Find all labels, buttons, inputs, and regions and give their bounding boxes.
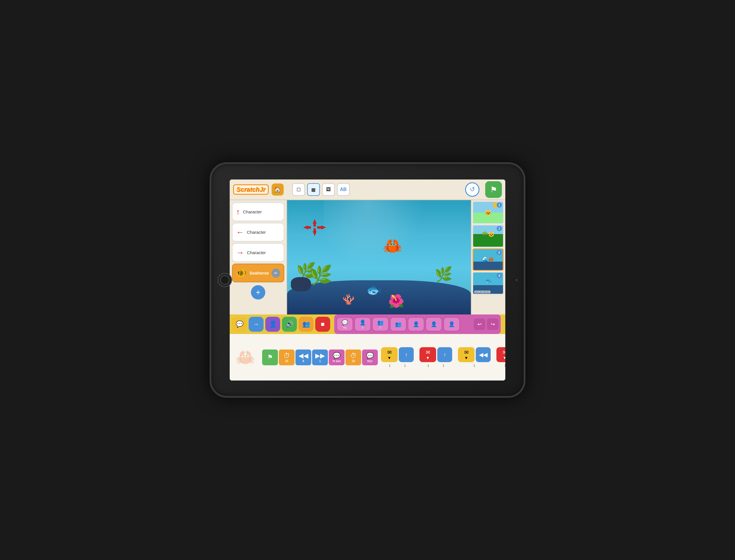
- coding-area-sprite-icon: 🦀: [236, 348, 255, 367]
- move-left-label: 8: [303, 360, 304, 363]
- flag-start-block[interactable]: ⚑: [262, 349, 278, 365]
- home-nav-button[interactable]: 🏠: [272, 184, 284, 196]
- sprite-item-1[interactable]: ↑ Character: [232, 202, 284, 221]
- sprite-2-name: Character: [247, 230, 266, 235]
- app-title: ScratchJr: [233, 184, 269, 195]
- redo-button[interactable]: ↪: [487, 318, 498, 330]
- msg-send-3[interactable]: ✉ ▼: [458, 347, 474, 362]
- code-chain: ⚑ ⏱ 25 ◀◀ 8 ▶▶ 1 💬: [262, 349, 379, 365]
- sprite-3-name: Character: [247, 250, 266, 255]
- wait-1-label: 25: [285, 360, 288, 363]
- looks-palette-btn[interactable]: 👤: [265, 317, 280, 332]
- wait-block-1[interactable]: ⏱ 25: [279, 349, 295, 365]
- prog-block-7[interactable]: 👤: [443, 317, 460, 331]
- control-palette-btn[interactable]: 👥: [299, 317, 314, 332]
- prog-block-2[interactable]: 👤 2: [354, 317, 371, 331]
- top-tools: ☐ ▦ 🖼 AB: [292, 183, 350, 196]
- prog-block-1[interactable]: 💬 hej: [337, 317, 353, 331]
- move-left-block[interactable]: ◀◀ 8: [296, 349, 311, 365]
- sprite-item-4[interactable]: 🐠 Seahorse ✏: [232, 264, 284, 282]
- fish-sprite: 🐟: [366, 282, 382, 297]
- seaweed-mid: 🌿: [309, 264, 333, 286]
- seahorse-on-stage[interactable]: 🦀: [383, 237, 402, 255]
- end-palette-btn[interactable]: ■: [315, 317, 330, 332]
- bottom-area: 💬 → 👤 🔊 👥 ■ 💬 hej 👤 2: [230, 314, 505, 381]
- msg-col-3: ✉ ▼ ◀◀ 1: [458, 347, 491, 367]
- scene-thumb-4[interactable]: 4 Slut på introen 🐟: [472, 272, 503, 294]
- program-blocks-area: 💬 hej 👤 2 👥 2 👥 👤 👤 👤: [334, 314, 501, 334]
- prog-block-5[interactable]: 👤: [408, 317, 424, 331]
- layout2-button[interactable]: ▦: [307, 183, 320, 196]
- block-palette: 💬 → 👤 🔊 👥 ■ 💬 hej 👤 2: [230, 314, 505, 334]
- prog-block-3-label: 2: [379, 326, 381, 329]
- reset-button[interactable]: ↺: [465, 182, 479, 197]
- main-content: ↑ Character ← Character → Character 🐠 Se…: [230, 200, 505, 314]
- coding-area: 🦀 ⚑ ⏱ 25 ◀◀ 8 ▶▶ 1: [230, 334, 505, 381]
- say-block-1[interactable]: 💬 Vi kan: [329, 349, 345, 365]
- msg-send-2[interactable]: ✉ ▼: [419, 347, 436, 362]
- sprite-item-3[interactable]: → Character: [232, 243, 284, 262]
- scene-thumbnails: 1 🐱 2 🌳🐱 3 🌊🦀 4 Slut på introe: [471, 200, 505, 314]
- svg-rect-3: [314, 228, 316, 232]
- wait-2-label: 10: [352, 360, 355, 363]
- msg-1-num: 1: [389, 364, 390, 367]
- rock-1: [291, 277, 311, 291]
- edit-sprite-button[interactable]: ✏: [272, 269, 280, 278]
- arrow-up-icon: ↑: [236, 207, 240, 217]
- msg-col-1: ✉ ▼ ↑ 1 1: [381, 347, 414, 367]
- coral-2: 🌺: [388, 293, 404, 309]
- add-sprite-button[interactable]: +: [251, 285, 265, 300]
- undo-button[interactable]: ↩: [474, 318, 485, 330]
- scene-thumb-3[interactable]: 3 🌊🦀: [472, 248, 503, 271]
- coral-1: 🪸: [342, 293, 355, 305]
- msg-col-4: ✉ ▼ ▶▶ 1 1: [496, 347, 505, 367]
- camera-dot: [516, 279, 517, 281]
- light-rays: [324, 200, 434, 280]
- msg-send-4[interactable]: ✉ ▼: [496, 347, 505, 362]
- tablet-frame: ScratchJr 🏠 ☐ ▦ 🖼 AB ↺ ⚑ ↑ Character: [210, 162, 525, 398]
- msg-left-3[interactable]: ◀◀: [476, 347, 491, 362]
- top-bar: ScratchJr 🏠 ☐ ▦ 🖼 AB ↺ ⚑: [230, 179, 505, 200]
- arrow-right-icon: →: [236, 248, 244, 257]
- say-1-label: Vi kan: [333, 360, 341, 363]
- home-button[interactable]: [218, 273, 232, 287]
- seahorse-sprite-icon: 🐠: [236, 267, 247, 279]
- prog-block-3[interactable]: 👥 2: [372, 317, 389, 331]
- background-button[interactable]: 🖼: [322, 183, 335, 196]
- text-button[interactable]: AB: [337, 183, 350, 196]
- svg-marker-6: [321, 225, 326, 229]
- msg-block-2-nums: 1 1: [419, 364, 452, 367]
- prog-block-6[interactable]: 👤: [425, 317, 442, 331]
- layout1-button[interactable]: ☐: [292, 183, 305, 196]
- scene-thumb-2[interactable]: 2 🌳🐱: [472, 225, 503, 247]
- svg-rect-5: [307, 226, 311, 229]
- arrow-left-icon: ←: [236, 228, 244, 237]
- msg-2-num: 1: [427, 364, 429, 367]
- svg-rect-7: [317, 226, 321, 229]
- msg-block-3-nums: 1: [458, 364, 491, 367]
- scene-4-label: Slut på introen: [474, 291, 490, 293]
- logo: ScratchJr: [233, 184, 269, 195]
- stage: 🌿 🌿 🌿 🪸 🌺 🐟 🦀: [287, 200, 471, 314]
- msg-block-1-nums: 1 1: [381, 364, 414, 367]
- play-button[interactable]: ⚑: [485, 181, 502, 198]
- msg-up-1[interactable]: ↑: [399, 347, 414, 362]
- wait-block-2[interactable]: ⏱ 10: [346, 349, 361, 365]
- sprite-item-2[interactable]: ← Character: [232, 223, 284, 242]
- msg-col-2: ✉ ▼ ↑ 1 1: [419, 347, 452, 367]
- motion-palette-btn[interactable]: →: [249, 317, 264, 332]
- msg-send-1[interactable]: ✉ ▼: [381, 347, 397, 362]
- msg-up-2[interactable]: ↑: [437, 347, 452, 362]
- prog-block-1-label: hej: [343, 326, 347, 329]
- scene-num-1: 1: [497, 202, 502, 208]
- trigger-palette-btn[interactable]: 💬: [232, 317, 247, 332]
- sound-palette-btn[interactable]: 🔊: [282, 317, 297, 332]
- sprite-1-name: Character: [243, 209, 262, 214]
- scene-thumb-1[interactable]: 1 🐱: [472, 201, 503, 224]
- msg-1-num2: 1: [404, 364, 406, 367]
- msg-block-2-group: ✉ ▼ ↑: [419, 347, 452, 362]
- prog-block-4[interactable]: 👥: [390, 317, 406, 331]
- say-block-2[interactable]: 💬 Styr: [362, 349, 378, 365]
- move-right-block[interactable]: ▶▶ 1: [312, 349, 328, 365]
- screen: ScratchJr 🏠 ☐ ▦ 🖼 AB ↺ ⚑ ↑ Character: [230, 179, 505, 381]
